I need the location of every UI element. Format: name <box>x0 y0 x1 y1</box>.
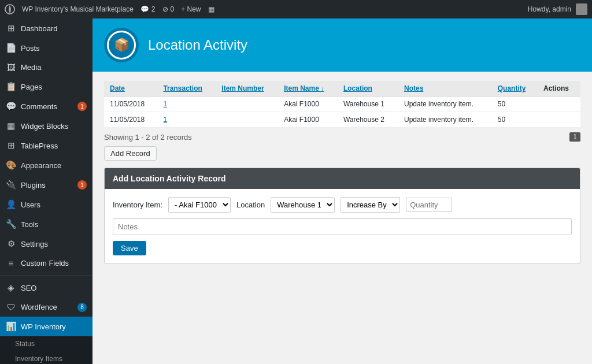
tablepress-icon: ⊞ <box>6 140 16 151</box>
page-header: 📦 Location Activity <box>92 18 592 72</box>
sidebar-item-tablepress[interactable]: ⊞ TablePress <box>0 136 92 155</box>
site-name[interactable]: WP Inventory's Musical Marketplace <box>22 5 134 13</box>
add-record-button[interactable]: Add Record <box>104 146 157 161</box>
wordfence-icon: 🛡 <box>6 302 16 312</box>
quantity-input[interactable] <box>406 198 452 212</box>
sidebar-item-media[interactable]: 🖼 Media <box>0 58 92 77</box>
action-select[interactable]: Increase By <box>341 197 400 213</box>
comments-count: 2 <box>151 5 156 13</box>
logo-emoji: 📦 <box>114 38 130 53</box>
sidebar-item-appearance[interactable]: 🎨 Appearance <box>0 155 92 175</box>
cell-item-number-1 <box>216 96 278 112</box>
showing-records: Showing 1 - 2 of 2 records 1 <box>104 132 580 142</box>
sidebar-item-posts[interactable]: 📄 Posts <box>0 38 92 58</box>
main-content: 📦 Location Activity Date Transaction Ite… <box>92 18 592 364</box>
page-title: Location Activity <box>148 37 247 53</box>
wm-icon: ▦ <box>208 5 214 13</box>
sidebar-item-dashboard[interactable]: ⊞ Dashboard <box>0 18 92 38</box>
sidebar-item-users[interactable]: 👤 Users <box>0 195 92 214</box>
col-item-number[interactable]: Item Number <box>216 81 278 96</box>
cell-quantity-2: 50 <box>492 112 538 128</box>
plugins-icon: 🔌 <box>6 180 16 190</box>
col-quantity[interactable]: Quantity <box>492 81 538 96</box>
tools-icon: 🔧 <box>6 219 16 229</box>
cell-item-number-2 <box>216 112 278 128</box>
appearance-icon: 🎨 <box>6 160 16 170</box>
cell-notes-1: Update inventory item. <box>398 96 492 112</box>
content-area: Date Transaction Item Number Item Name ↓… <box>92 72 592 273</box>
submenu-status[interactable]: Status <box>0 336 92 351</box>
cell-location-1: Warehouse 1 <box>338 96 398 112</box>
sidebar-item-widget-blocks[interactable]: ▦ Widget Blocks <box>0 116 92 136</box>
plugins-badge: 1 <box>77 180 87 190</box>
wordfence-badge: 8 <box>77 303 87 312</box>
howdy-text: Howdy, admin <box>528 5 571 13</box>
sidebar-item-settings[interactable]: ⚙ Settings <box>0 234 92 254</box>
sidebar-item-wordfence[interactable]: 🛡 Wordfence 8 <box>0 298 92 317</box>
comments-sidebar-icon: 💬 <box>6 101 16 112</box>
submenu-inventory-items[interactable]: Inventory Items <box>0 351 92 364</box>
cell-actions-1 <box>538 96 580 112</box>
wp-logo-icon[interactable] <box>5 4 15 14</box>
seo-icon: ◈ <box>6 283 16 293</box>
sidebar-item-seo[interactable]: ◈ SEO <box>0 278 92 298</box>
cell-quantity-1: 50 <box>492 96 538 112</box>
new-button[interactable]: + New <box>181 5 201 13</box>
cell-location-2: Warehouse 2 <box>338 112 398 128</box>
users-icon: 👤 <box>6 199 16 210</box>
form-row-main: Inventory Item: - Akai F1000 Location Wa… <box>113 197 572 213</box>
avatar <box>576 3 587 15</box>
cell-date-1: 11/05/2018 <box>104 96 157 112</box>
sidebar-item-pages[interactable]: 📋 Pages <box>0 77 92 96</box>
custom-fields-icon: ≡ <box>6 258 16 268</box>
dashboard-icon: ⊞ <box>6 23 16 34</box>
wp-inventory-icon: 📊 <box>6 321 16 332</box>
comments-badge: 1 <box>77 102 87 111</box>
sidebar-item-tools[interactable]: 🔧 Tools <box>0 214 92 234</box>
save-button[interactable]: Save <box>113 241 146 255</box>
media-icon: 🖼 <box>6 62 16 72</box>
col-item-name[interactable]: Item Name ↓ <box>278 81 338 96</box>
add-record-header: Add Location Activity Record <box>105 168 580 189</box>
sidebar: ⊞ Dashboard 📄 Posts 🖼 Media 📋 Pages 💬 Co… <box>0 18 92 364</box>
pagination-number[interactable]: 1 <box>569 132 580 142</box>
records-count: Showing 1 - 2 of 2 records <box>104 133 192 142</box>
location-activity-table: Date Transaction Item Number Item Name ↓… <box>104 81 580 128</box>
location-label: Location <box>236 200 265 209</box>
cell-actions-2 <box>538 112 580 128</box>
table-row: 11/05/2018 1 Akai F1000 Warehouse 2 Upda… <box>104 112 580 128</box>
notes-input[interactable] <box>113 218 572 235</box>
col-notes[interactable]: Notes <box>398 81 492 96</box>
add-record-section: Add Location Activity Record Inventory I… <box>104 168 580 264</box>
sidebar-item-plugins[interactable]: 🔌 Plugins 1 <box>0 175 92 195</box>
col-actions: Actions <box>538 81 580 96</box>
sidebar-divider <box>0 275 92 276</box>
cell-transaction-2[interactable]: 1 <box>157 112 216 128</box>
posts-icon: 📄 <box>6 43 16 53</box>
cell-item-name-1: Akai F1000 <box>278 96 338 112</box>
cell-date-2: 11/05/2018 <box>104 112 157 128</box>
sidebar-item-wp-inventory[interactable]: 📊 WP Inventory <box>0 317 92 336</box>
col-date[interactable]: Date <box>104 81 157 96</box>
cell-item-name-2: Akai F1000 <box>278 112 338 128</box>
cell-notes-2: Update inventory item. <box>398 112 492 128</box>
settings-icon: ⚙ <box>6 239 16 249</box>
location-select[interactable]: Warehouse 1 <box>271 197 335 213</box>
col-location[interactable]: Location <box>338 81 398 96</box>
add-record-body: Inventory Item: - Akai F1000 Location Wa… <box>105 189 580 263</box>
widget-blocks-icon: ▦ <box>6 121 16 131</box>
sort-arrow-icon: ↓ <box>321 86 324 92</box>
table-row: 11/05/2018 1 Akai F1000 Warehouse 1 Upda… <box>104 96 580 112</box>
inventory-item-select[interactable]: - Akai F1000 <box>168 197 231 213</box>
plugin-logo-inner: 📦 <box>107 31 136 60</box>
pages-icon: 📋 <box>6 81 16 92</box>
sidebar-item-comments[interactable]: 💬 Comments 1 <box>0 96 92 116</box>
admin-bar: WP Inventory's Musical Marketplace 💬 2 ⊘… <box>0 0 592 18</box>
comments-icon[interactable]: 💬 2 <box>140 5 156 13</box>
revisions-count[interactable]: ⊘ 0 <box>162 5 175 13</box>
col-transaction[interactable]: Transaction <box>157 81 216 96</box>
inventory-item-label: Inventory Item: <box>113 200 162 209</box>
wp-inventory-submenu: Status Inventory Items Categories Labels… <box>0 336 92 364</box>
cell-transaction-1[interactable]: 1 <box>157 96 216 112</box>
sidebar-item-custom-fields[interactable]: ≡ Custom Fields <box>0 254 92 273</box>
